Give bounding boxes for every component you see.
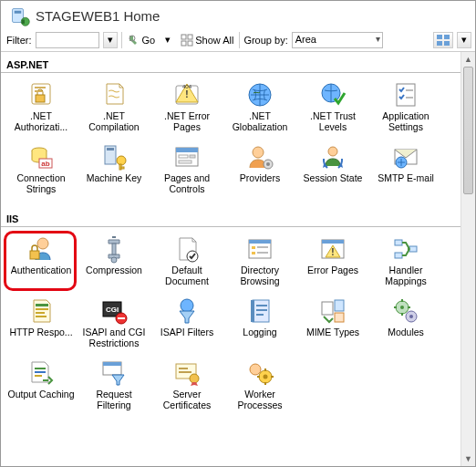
- svg-rect-64: [36, 316, 47, 317]
- item-pages-and-controls[interactable]: Pages and Controls: [150, 140, 223, 199]
- svg-rect-3: [22, 20, 25, 25]
- svg-rect-74: [256, 314, 264, 316]
- item-isapi-cgi-restrictions[interactable]: CGI ISAPI and CGI Restrictions: [78, 295, 150, 353]
- error-404-icon: 404!: [172, 80, 202, 109]
- mapping-arrows-icon: [391, 234, 420, 264]
- svg-rect-50: [249, 240, 271, 244]
- cgi-block-icon: CGI: [99, 296, 129, 326]
- filter-input[interactable]: [36, 32, 99, 48]
- svg-rect-59: [395, 253, 402, 258]
- go-icon: [128, 34, 140, 47]
- item-net-compilation[interactable]: .NET Compilation: [78, 78, 150, 137]
- item-mime-types[interactable]: MIME Types: [296, 295, 369, 353]
- item-label: MIME Types: [306, 327, 359, 337]
- svg-rect-5: [181, 35, 186, 39]
- certificate-icon: [172, 358, 202, 388]
- globe-icon: [245, 80, 274, 109]
- item-label: .NET Globalization: [225, 110, 295, 132]
- svg-rect-37: [179, 161, 191, 163]
- svg-rect-88: [179, 368, 188, 369]
- item-label: .NET Error Pages: [152, 110, 222, 132]
- item-output-caching[interactable]: Output Caching: [5, 357, 78, 415]
- show-all-button[interactable]: Show All: [179, 32, 235, 48]
- show-all-icon: [181, 34, 193, 47]
- item-label: Machine Key: [87, 172, 142, 183]
- svg-rect-11: [437, 41, 442, 46]
- svg-rect-14: [36, 95, 45, 102]
- user-gear-icon: [245, 142, 274, 171]
- item-session-state[interactable]: Session State: [296, 140, 369, 199]
- content-area: ASP.NET .NET Authorizati... .NET Compila…: [1, 52, 460, 466]
- svg-rect-82: [35, 368, 46, 369]
- item-net-authorization[interactable]: .NET Authorizati...: [5, 78, 78, 137]
- item-net-trust-levels[interactable]: .NET Trust Levels: [296, 78, 369, 137]
- http-doc-icon: [26, 296, 56, 326]
- item-label: .NET Trust Levels: [298, 110, 367, 132]
- item-smtp-email[interactable]: SMTP E-mail: [369, 140, 442, 199]
- section-header-aspnet: ASP.NET: [1, 57, 460, 73]
- view-mode-button[interactable]: [433, 32, 453, 48]
- scroll-thumb[interactable]: [463, 67, 473, 194]
- database-string-icon: ab: [26, 142, 56, 171]
- item-authentication[interactable]: Authentication: [5, 233, 78, 291]
- item-application-settings[interactable]: Application Settings: [369, 78, 442, 137]
- item-net-error-pages[interactable]: 404! .NET Error Pages: [150, 78, 223, 137]
- item-logging[interactable]: Logging: [223, 295, 296, 353]
- item-http-response[interactable]: HTTP Respo...: [5, 295, 78, 353]
- svg-rect-75: [322, 302, 333, 315]
- item-server-certificates[interactable]: Server Certificates: [150, 357, 223, 415]
- svg-rect-22: [397, 84, 415, 106]
- user-lock-icon: [26, 234, 56, 264]
- item-label: ISAPI Filters: [160, 327, 213, 337]
- item-default-document[interactable]: Default Document: [150, 233, 223, 291]
- lock-icon: [26, 80, 56, 109]
- item-label: Default Document: [152, 265, 222, 286]
- item-label: Server Certificates: [152, 389, 222, 410]
- svg-rect-86: [103, 362, 121, 366]
- scroll-down-arrow[interactable]: ▼: [461, 451, 475, 466]
- svg-rect-73: [256, 309, 267, 311]
- vertical-scrollbar[interactable]: ▲ ▼: [460, 52, 475, 466]
- page-title: STAGEWEB1 Home: [36, 8, 160, 24]
- svg-rect-46: [112, 244, 116, 254]
- go-button[interactable]: Go: [126, 32, 158, 48]
- svg-rect-12: [444, 41, 450, 46]
- svg-rect-61: [36, 304, 48, 306]
- svg-rect-9: [437, 35, 442, 39]
- item-providers[interactable]: Providers: [223, 140, 296, 199]
- group-by-value: Area: [295, 34, 316, 45]
- file-types-icon: [318, 296, 347, 326]
- item-label: Connection Strings: [6, 172, 76, 194]
- server-key-icon: [99, 142, 129, 171]
- filter-label: Filter:: [5, 35, 32, 46]
- filter-dropdown-arrow[interactable]: ▾: [103, 32, 118, 48]
- item-handler-mappings[interactable]: Handler Mappings: [369, 233, 442, 291]
- item-compression[interactable]: Compression: [78, 233, 150, 291]
- scroll-up-arrow[interactable]: ▲: [461, 52, 475, 67]
- iis-grid: Authentication Compression Default Docum…: [1, 233, 460, 426]
- svg-point-40: [266, 162, 270, 166]
- item-connection-strings[interactable]: ab Connection Strings: [5, 140, 78, 199]
- globe-check-icon: [318, 80, 347, 109]
- svg-rect-77: [335, 313, 344, 322]
- svg-point-91: [250, 364, 261, 375]
- go-dropdown[interactable]: ▾: [160, 32, 175, 48]
- item-error-pages[interactable]: ! Error Pages: [296, 233, 369, 291]
- svg-text:ab: ab: [41, 160, 49, 168]
- item-net-globalization[interactable]: .NET Globalization: [223, 78, 296, 137]
- page-header: STAGEWEB1 Home: [1, 1, 475, 28]
- separator: [121, 32, 122, 48]
- item-worker-processes[interactable]: Worker Processes: [223, 357, 296, 415]
- item-label: ISAPI and CGI Restrictions: [79, 327, 149, 348]
- item-label: SMTP E-mail: [378, 172, 434, 183]
- item-request-filtering[interactable]: Request Filtering: [78, 357, 150, 415]
- svg-rect-83: [35, 371, 46, 373]
- item-machine-key[interactable]: Machine Key: [78, 140, 150, 199]
- item-modules[interactable]: Modules: [369, 295, 442, 353]
- item-isapi-filters[interactable]: ISAPI Filters: [150, 295, 223, 353]
- envelope-icon: [391, 142, 420, 171]
- item-directory-browsing[interactable]: Directory Browsing: [223, 233, 296, 291]
- svg-rect-15: [35, 87, 46, 88]
- view-mode-dropdown[interactable]: ▾: [457, 32, 471, 48]
- group-by-select[interactable]: Area: [292, 32, 383, 48]
